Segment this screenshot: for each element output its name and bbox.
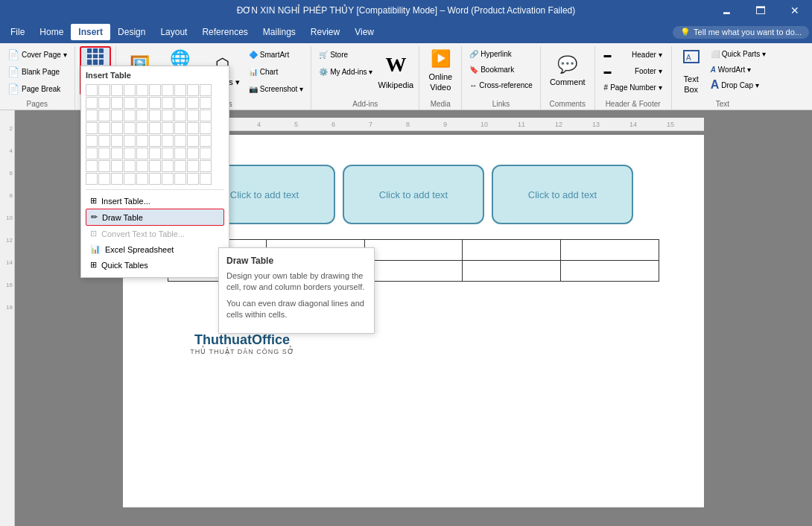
grid-cell[interactable] (124, 84, 136, 96)
menu-insert[interactable]: Insert (71, 24, 110, 40)
grid-cell[interactable] (124, 160, 136, 172)
grid-cell[interactable] (162, 110, 174, 121)
wikipedia-button[interactable]: W Wikipedia (377, 46, 414, 95)
grid-cell[interactable] (149, 84, 161, 96)
my-addins-button[interactable]: ⚙️ My Add-ins ▾ (316, 63, 375, 80)
grid-cell[interactable] (86, 84, 98, 96)
grid-cell[interactable] (86, 97, 98, 109)
grid-cell[interactable] (136, 122, 148, 134)
grid-cell[interactable] (98, 173, 110, 185)
grid-cell[interactable] (98, 135, 110, 147)
text-box-2[interactable]: Click to add text (343, 165, 484, 224)
menu-home[interactable]: Home (32, 24, 71, 40)
grid-cell[interactable] (111, 110, 123, 121)
grid-cell[interactable] (174, 110, 186, 121)
grid-cell[interactable] (111, 122, 123, 134)
close-button[interactable]: ✕ (778, 0, 812, 21)
grid-cell[interactable] (86, 173, 98, 185)
chart-button[interactable]: 📊 Chart (246, 63, 306, 80)
grid-cell[interactable] (174, 122, 186, 134)
text-box-3[interactable]: Click to add text (492, 165, 633, 224)
grid-cell[interactable] (174, 84, 186, 96)
grid-cell[interactable] (162, 122, 174, 134)
grid-cell[interactable] (136, 135, 148, 147)
draw-table-item[interactable]: ✏ Draw Table (86, 209, 224, 226)
grid-cell[interactable] (174, 135, 186, 147)
grid-cell[interactable] (187, 97, 199, 109)
menu-layout[interactable]: Layout (153, 24, 194, 40)
online-video-button[interactable]: ▶️ OnlineVideo (424, 46, 457, 95)
grid-cell[interactable] (174, 97, 186, 109)
grid-cell[interactable] (187, 148, 199, 159)
menu-design[interactable]: Design (110, 24, 153, 40)
grid-cell[interactable] (124, 97, 136, 109)
grid-cell[interactable] (162, 84, 174, 96)
grid-cell[interactable] (86, 110, 98, 121)
grid-cell[interactable] (136, 160, 148, 172)
grid-cell[interactable] (136, 110, 148, 121)
grid-cell[interactable] (111, 135, 123, 147)
grid-cell[interactable] (98, 110, 110, 121)
grid-cell[interactable] (111, 97, 123, 109)
screenshot-button[interactable]: 📷 Screenshot ▾ (246, 80, 306, 97)
quick-parts-button[interactable]: ⬜ Quick Parts ▾ (708, 46, 769, 61)
grid-cell[interactable] (200, 135, 212, 147)
grid-cell[interactable] (86, 122, 98, 134)
menu-file[interactable]: File (3, 24, 32, 40)
header-button[interactable]: ▬ Header ▾ (600, 46, 667, 63)
grid-cell[interactable] (149, 160, 161, 172)
tell-me-input[interactable]: 💡 Tell me what you want to do... (673, 26, 809, 39)
grid-cell[interactable] (162, 160, 174, 172)
grid-cell[interactable] (136, 173, 148, 185)
grid-cell[interactable] (111, 160, 123, 172)
grid-cell[interactable] (149, 122, 161, 134)
wordart-button[interactable]: A WordArt ▾ (708, 62, 769, 77)
grid-cell[interactable] (136, 148, 148, 159)
grid-cell[interactable] (124, 122, 136, 134)
grid-cell[interactable] (162, 173, 174, 185)
minimize-button[interactable]: 🗕 (709, 0, 743, 21)
grid-cell[interactable] (187, 173, 199, 185)
page-break-button[interactable]: 📄 Page Break (4, 80, 70, 97)
bookmark-button[interactable]: 🔖 Bookmark (466, 62, 536, 77)
menu-review[interactable]: Review (303, 24, 347, 40)
excel-spreadsheet-item[interactable]: 📊 Excel Spreadsheet (86, 241, 224, 257)
menu-view[interactable]: View (347, 24, 381, 40)
grid-cell[interactable] (200, 122, 212, 134)
grid-cell[interactable] (200, 173, 212, 185)
grid-cell[interactable] (111, 173, 123, 185)
grid-cell[interactable] (149, 110, 161, 121)
cross-reference-button[interactable]: ↔️ Cross-reference (466, 77, 536, 92)
grid-cell[interactable] (149, 97, 161, 109)
grid-cell[interactable] (86, 135, 98, 147)
grid-cell[interactable] (174, 160, 186, 172)
grid-cell[interactable] (124, 148, 136, 159)
grid-cell[interactable] (162, 135, 174, 147)
grid-cell[interactable] (149, 135, 161, 147)
grid-cell[interactable] (174, 173, 186, 185)
grid-cell[interactable] (162, 148, 174, 159)
drop-cap-button[interactable]: A Drop Cap ▾ (708, 77, 769, 92)
grid-cell[interactable] (98, 148, 110, 159)
grid-cell[interactable] (187, 110, 199, 121)
menu-mailings[interactable]: Mailings (256, 24, 303, 40)
grid-cell[interactable] (86, 160, 98, 172)
store-button[interactable]: 🛒 Store (316, 46, 375, 63)
footer-button[interactable]: ▬ Footer ▾ (600, 63, 667, 79)
quick-tables-item[interactable]: ⊞ Quick Tables (86, 257, 224, 273)
insert-table-item[interactable]: ⊞ Insert Table... (86, 193, 224, 209)
restore-button[interactable]: 🗖 (743, 0, 778, 21)
grid-cell[interactable] (98, 97, 110, 109)
grid-cell[interactable] (149, 173, 161, 185)
page-number-button[interactable]: # Page Number ▾ (600, 79, 667, 95)
grid-cell[interactable] (98, 122, 110, 134)
grid-cell[interactable] (111, 84, 123, 96)
grid-cell[interactable] (187, 160, 199, 172)
grid-cell[interactable] (200, 160, 212, 172)
grid-cell[interactable] (187, 84, 199, 96)
grid-cell[interactable] (174, 148, 186, 159)
grid-cell[interactable] (111, 148, 123, 159)
grid-cell[interactable] (124, 135, 136, 147)
blank-page-button[interactable]: 📄 Blank Page (4, 63, 70, 80)
cover-page-button[interactable]: 📄 Cover Page ▾ (4, 46, 70, 63)
